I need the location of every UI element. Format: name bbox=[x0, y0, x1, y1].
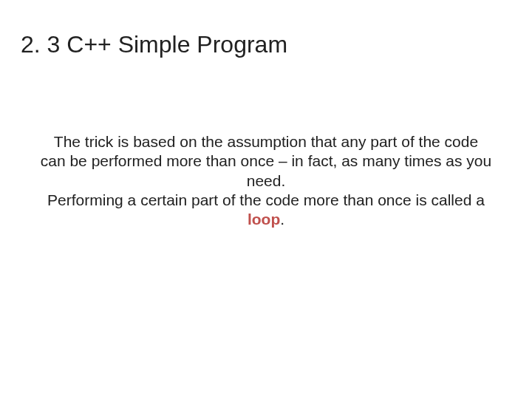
p2-pre-text: Performing a certain part of the code mo… bbox=[47, 191, 485, 208]
loop-highlight: loop bbox=[248, 211, 280, 228]
slide-body: The trick is based on the assumption tha… bbox=[21, 132, 511, 229]
body-paragraph-1: The trick is based on the assumption tha… bbox=[40, 132, 492, 191]
slide-container: 2. 3 C++ Simple Program The trick is bas… bbox=[0, 0, 532, 399]
body-paragraph-2: Performing a certain part of the code mo… bbox=[40, 191, 492, 230]
p2-post-text: . bbox=[280, 211, 284, 228]
slide-title: 2. 3 C++ Simple Program bbox=[21, 31, 511, 58]
